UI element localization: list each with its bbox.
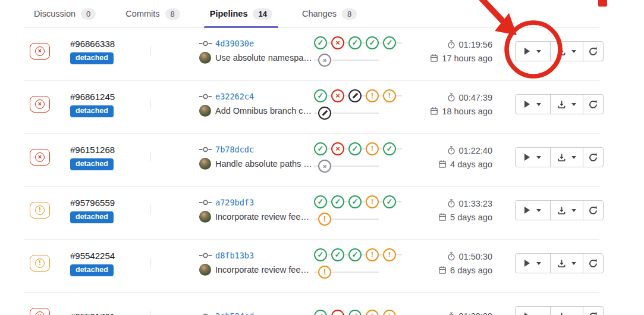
run-manual-jobs-button[interactable] xyxy=(515,253,551,273)
commit-sha-link[interactable]: 3cb584cd xyxy=(215,311,254,315)
run-manual-jobs-button[interactable] xyxy=(515,306,551,315)
retry-pipeline-button[interactable] xyxy=(583,253,604,273)
run-manual-jobs-button[interactable] xyxy=(515,94,551,114)
download-artifacts-button[interactable] xyxy=(550,147,583,167)
pipeline-status-badge[interactable]: × xyxy=(30,149,50,166)
stage-warning-icon[interactable]: ! xyxy=(366,195,379,208)
stage-success-icon[interactable]: ✓ xyxy=(383,36,396,49)
downstream-status-icon[interactable]: » xyxy=(318,160,331,173)
stage-success-icon[interactable]: ✓ xyxy=(348,310,362,315)
stage-warning-icon[interactable]: ! xyxy=(383,89,396,102)
stage-success-icon[interactable]: ✓ xyxy=(348,36,362,49)
stage-success-icon[interactable]: ✓ xyxy=(314,310,327,315)
commit-author-avatar[interactable] xyxy=(199,211,211,223)
timer-icon xyxy=(447,252,455,261)
calendar-icon xyxy=(438,213,447,222)
stage-success-icon[interactable]: ✓ xyxy=(314,195,327,208)
stage-warning-icon[interactable]: ! xyxy=(366,142,379,155)
stage-success-icon[interactable]: ✓ xyxy=(348,142,362,155)
stage-canceled-icon[interactable] xyxy=(348,89,362,102)
commit-author-avatar[interactable] xyxy=(199,52,211,64)
pipeline-id-link[interactable]: #95796559 xyxy=(70,198,115,208)
pipeline-id-link[interactable]: #95531701 xyxy=(70,311,115,315)
avatar[interactable] xyxy=(150,257,151,269)
downstream-status-icon[interactable]: ! xyxy=(318,213,331,226)
tab-changes[interactable]: Changes 8 xyxy=(300,0,359,27)
commit-cell: e32262c4 Add Omnibus branch c… xyxy=(199,92,314,117)
commit-sha-link[interactable]: 7b78dcdc xyxy=(215,145,254,154)
run-manual-jobs-button[interactable] xyxy=(515,147,551,167)
stage-success-icon[interactable]: ✓ xyxy=(314,36,327,49)
stage-success-icon[interactable]: ✓ xyxy=(314,142,327,155)
chevron-down-icon xyxy=(536,209,541,212)
commit-sha-link[interactable]: 4d39030e xyxy=(215,39,254,48)
avatar[interactable] xyxy=(150,45,151,57)
pipeline-id-link[interactable]: #96866338 xyxy=(70,39,115,49)
avatar[interactable] xyxy=(150,204,151,216)
pipeline-actions xyxy=(515,253,604,273)
tab-pipelines[interactable]: Pipelines 14 xyxy=(208,0,274,27)
pipeline-id-link[interactable]: #96151268 xyxy=(70,145,115,155)
avatar[interactable] xyxy=(150,310,151,315)
pipeline-status-badge[interactable]: × xyxy=(30,96,50,113)
commit-sha-link[interactable]: a729bdf3 xyxy=(215,198,254,207)
download-artifacts-button[interactable] xyxy=(550,306,583,315)
mini-pipeline-graph: ✓×!! xyxy=(314,89,416,120)
commit-sha-link[interactable]: e32262c4 xyxy=(215,92,254,101)
download-artifacts-button[interactable] xyxy=(550,200,583,220)
commit-cell: a729bdf3 Incorporate review fee… xyxy=(199,198,314,223)
stage-success-icon[interactable]: ✓ xyxy=(348,248,362,261)
run-manual-jobs-button[interactable] xyxy=(515,41,551,61)
retry-pipeline-button[interactable] xyxy=(583,94,604,114)
retry-pipeline-button[interactable] xyxy=(583,306,604,315)
pipeline-status-badge[interactable]: × xyxy=(30,308,50,315)
stage-failed-icon[interactable]: × xyxy=(331,36,344,49)
avatar[interactable] xyxy=(150,98,151,110)
stage-failed-icon[interactable]: × xyxy=(331,310,344,315)
stage-success-icon[interactable]: ✓ xyxy=(331,195,344,208)
pipeline-id-link[interactable]: #96861245 xyxy=(70,92,115,102)
tab-discussion[interactable]: Discussion 0 xyxy=(32,0,98,27)
download-artifacts-button[interactable] xyxy=(550,41,583,61)
stage-failed-icon[interactable]: × xyxy=(331,89,344,102)
stage-success-icon[interactable]: ✓ xyxy=(383,195,396,208)
retry-pipeline-button[interactable] xyxy=(583,200,604,220)
commit-icon xyxy=(199,146,212,153)
pipeline-status-badge[interactable]: × xyxy=(30,43,50,60)
pipeline-status-badge[interactable]: ! xyxy=(30,202,50,219)
downstream-status-icon[interactable]: » xyxy=(318,54,331,67)
avatar[interactable] xyxy=(150,151,151,163)
stage-warning-icon[interactable]: ! xyxy=(366,248,379,261)
retry-icon xyxy=(588,46,598,57)
commit-sha-link[interactable]: d8fb13b3 xyxy=(215,251,254,260)
downstream-status-icon[interactable]: ! xyxy=(318,266,331,279)
stage-success-icon[interactable]: ✓ xyxy=(348,195,362,208)
stage-success-icon[interactable]: ✓ xyxy=(314,248,327,261)
calendar-icon xyxy=(430,54,438,63)
stage-success-icon[interactable]: ✓ xyxy=(331,248,344,261)
run-manual-jobs-button[interactable] xyxy=(515,200,551,220)
stage-failed-icon[interactable]: × xyxy=(331,142,344,155)
stage-success-icon[interactable]: ✓ xyxy=(366,36,379,49)
downstream-status-icon[interactable] xyxy=(318,107,331,120)
stage-warning-icon[interactable]: ! xyxy=(366,310,379,315)
download-artifacts-button[interactable] xyxy=(550,94,583,114)
pipeline-id-link[interactable]: #95542254 xyxy=(70,251,115,261)
pipeline-status-badge[interactable]: ! xyxy=(30,255,50,272)
tab-count-badge: 0 xyxy=(81,8,96,20)
stage-warning-icon[interactable]: ! xyxy=(383,248,396,261)
commit-author-avatar[interactable] xyxy=(199,264,211,276)
commit-author-avatar[interactable] xyxy=(199,158,211,170)
tab-commits[interactable]: Commits 8 xyxy=(124,0,181,27)
commit-ref-line: d8fb13b3 xyxy=(199,251,314,260)
failed-icon: × xyxy=(35,46,45,56)
commit-author-avatar[interactable] xyxy=(199,105,211,117)
stage-success-icon[interactable]: ✓ xyxy=(314,89,327,102)
retry-pipeline-button[interactable] xyxy=(583,41,604,61)
timer-icon xyxy=(447,40,455,49)
retry-pipeline-button[interactable] xyxy=(583,147,604,167)
download-artifacts-button[interactable] xyxy=(550,253,583,273)
stage-warning-icon[interactable]: ! xyxy=(383,310,396,315)
stage-success-icon[interactable]: ✓ xyxy=(383,142,396,155)
stage-warning-icon[interactable]: ! xyxy=(366,89,379,102)
